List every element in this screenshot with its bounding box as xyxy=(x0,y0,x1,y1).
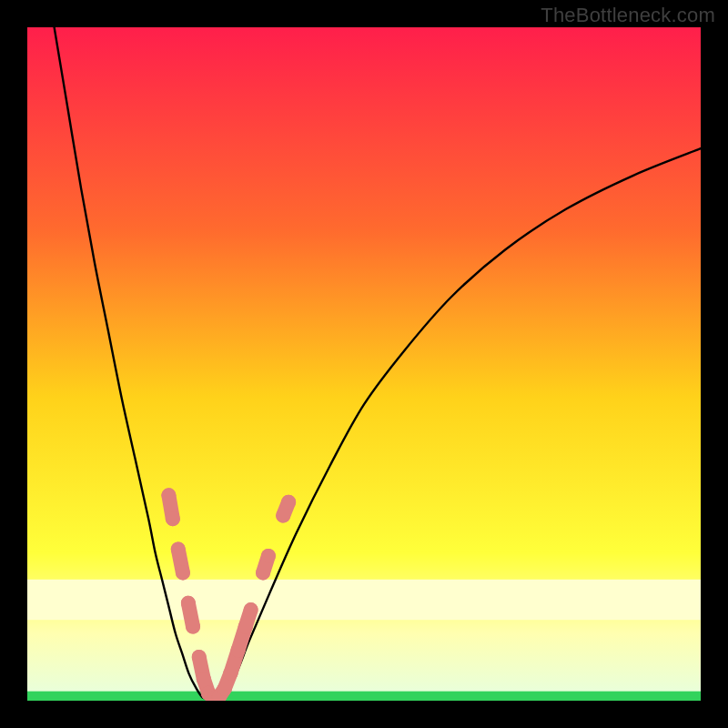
pale-yellow-band xyxy=(27,580,701,620)
scatter-dot xyxy=(244,602,258,617)
scatter-dot xyxy=(176,565,190,580)
scatter-dot xyxy=(166,511,180,526)
scatter-dot xyxy=(261,549,276,563)
plot-svg xyxy=(27,27,701,701)
green-band xyxy=(27,692,701,701)
chart-frame: TheBottleneck.com xyxy=(0,0,728,728)
scatter-dot xyxy=(281,495,296,510)
scatter-dot xyxy=(186,620,200,634)
plot-area xyxy=(27,27,701,701)
watermark-text: TheBottleneck.com xyxy=(541,4,715,27)
